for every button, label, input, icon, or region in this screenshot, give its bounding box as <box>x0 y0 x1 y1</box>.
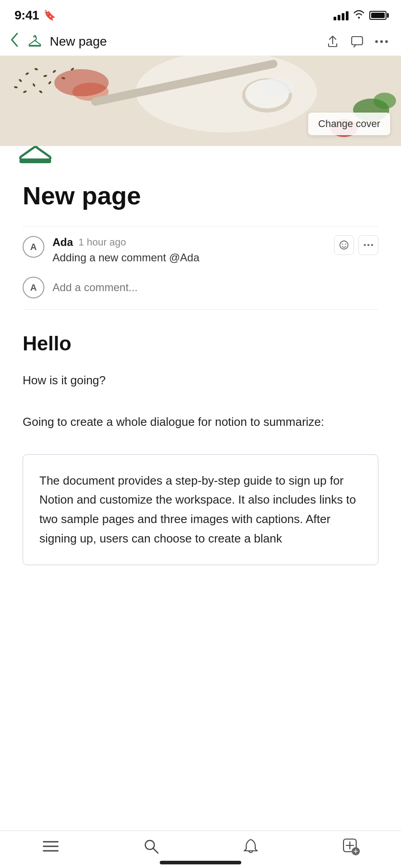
svg-point-2 <box>375 40 378 43</box>
summary-text: The document provides a step-by-step gui… <box>39 471 362 549</box>
back-button[interactable] <box>9 32 20 51</box>
comment-item: A Ada 1 hour ago Adding a new comment @A… <box>23 227 378 273</box>
notifications-button[interactable] <box>243 838 258 854</box>
comment-actions <box>334 235 378 255</box>
comment-body: Ada 1 hour ago Adding a new comment @Ada <box>53 236 378 264</box>
svg-point-26 <box>373 93 396 109</box>
home-indicator <box>160 861 241 864</box>
add-comment-input[interactable] <box>53 281 378 294</box>
paragraph-1: How is it going? <box>23 371 378 390</box>
svg-point-4 <box>385 40 388 43</box>
svg-rect-1 <box>352 37 363 45</box>
content-heading: Hello <box>23 332 378 355</box>
nav-page-title: New page <box>50 34 107 49</box>
page-content: New page A Ada 1 hour ago Adding a new c… <box>0 181 401 565</box>
comment-author: Ada <box>53 236 73 249</box>
svg-point-38 <box>145 840 154 849</box>
status-icons <box>334 9 387 21</box>
svg-rect-28 <box>19 159 51 163</box>
status-bar: 9:41 🔖 <box>0 0 401 27</box>
share-button[interactable] <box>326 35 339 48</box>
search-button[interactable] <box>143 839 159 854</box>
svg-point-33 <box>368 244 369 246</box>
battery-icon <box>369 11 387 20</box>
change-cover-button[interactable]: Change cover <box>308 113 390 135</box>
nav-bar: New page <box>0 27 401 56</box>
svg-point-34 <box>371 244 373 246</box>
comments-section: A Ada 1 hour ago Adding a new comment @A… <box>23 226 378 310</box>
add-button[interactable] <box>343 838 359 854</box>
svg-line-39 <box>153 849 158 853</box>
page-title: New page <box>23 181 378 210</box>
svg-point-31 <box>345 244 346 245</box>
comment-text: Adding a new comment @Ada <box>53 251 378 264</box>
svg-point-32 <box>364 244 366 246</box>
bookmark-icon: 🔖 <box>43 9 56 21</box>
cover-image: Change cover <box>0 56 401 146</box>
page-icon-small <box>26 33 43 50</box>
comment-author-row: Ada 1 hour ago <box>53 236 378 249</box>
svg-point-3 <box>380 40 383 43</box>
emoji-react-button[interactable] <box>334 235 354 255</box>
comment-more-button[interactable] <box>358 235 378 255</box>
list-button[interactable] <box>43 840 59 853</box>
svg-rect-0 <box>29 45 41 46</box>
summary-box: The document provides a step-by-step gui… <box>23 454 378 566</box>
body-content: Hello How is it going? Going to create a… <box>23 310 378 565</box>
svg-point-24 <box>258 78 294 96</box>
comments-button[interactable] <box>350 35 364 48</box>
paragraph-2: Going to create a whole dialogue for not… <box>23 413 378 432</box>
signal-icon <box>334 10 348 20</box>
status-time: 9:41 <box>14 8 39 23</box>
more-button[interactable] <box>375 40 388 43</box>
nav-left: New page <box>9 32 107 51</box>
wifi-icon <box>353 9 365 21</box>
add-comment-avatar: A <box>23 277 44 298</box>
add-comment-row: A <box>23 273 378 310</box>
svg-point-29 <box>340 241 348 249</box>
nav-right <box>326 35 388 48</box>
comment-avatar: A <box>23 236 44 258</box>
comment-time: 1 hour ago <box>78 236 126 248</box>
svg-point-30 <box>342 244 343 245</box>
